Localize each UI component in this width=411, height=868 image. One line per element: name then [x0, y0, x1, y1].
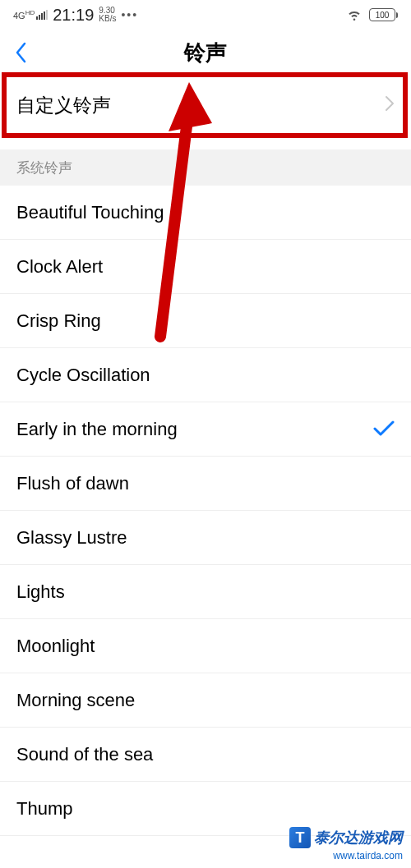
battery-level: 100 [369, 8, 395, 21]
signal-indicator: 4GHD [13, 10, 48, 21]
ringtone-row[interactable]: Beautiful Touching [0, 186, 411, 240]
hd-badge: HD [25, 9, 35, 16]
ringtone-row[interactable]: Flush of dawn [0, 457, 411, 511]
ringtone-list: Beautiful TouchingClock AlertCrisp RingC… [0, 186, 411, 836]
section-header-system: 系统铃声 [0, 149, 411, 186]
ringtone-row[interactable]: Moonlight [0, 619, 411, 673]
ringtone-label: Cycle Oscillation [16, 365, 150, 386]
ringtone-label: Early in the morning [16, 419, 178, 440]
network-type: 4G [13, 10, 25, 20]
page-title: 铃声 [184, 39, 227, 67]
more-dots-icon: ••• [121, 8, 138, 21]
clock-time: 21:19 [53, 6, 94, 25]
ringtone-label: Moonlight [16, 636, 95, 657]
network-speed: 9.30 KB/s [99, 7, 116, 23]
back-button[interactable] [0, 30, 41, 76]
nav-header: 铃声 [0, 30, 411, 76]
checkmark-icon [373, 420, 395, 439]
watermark-url: www.tairda.com [289, 850, 403, 861]
ringtone-label: Glassy Lustre [16, 527, 127, 549]
svg-rect-2 [41, 13, 43, 20]
ringtone-row[interactable]: Morning scene [0, 673, 411, 728]
chevron-left-icon [15, 42, 26, 63]
watermark-logo-icon: T [289, 827, 311, 848]
ringtone-label: Thump [16, 798, 72, 820]
ringtone-row[interactable]: Early in the morning [0, 402, 411, 457]
status-bar: 4GHD 21:19 9.30 KB/s ••• 100 [0, 0, 411, 30]
ringtone-label: Sound of the sea [16, 744, 153, 765]
ringtone-row[interactable]: Sound of the sea [0, 728, 411, 782]
ringtone-row[interactable]: Clock Alert [0, 240, 411, 294]
ringtone-row[interactable]: Cycle Oscillation [0, 348, 411, 402]
ringtone-row[interactable]: Crisp Ring [0, 294, 411, 348]
custom-ringtone-label: 自定义铃声 [16, 93, 111, 118]
status-left: 4GHD 21:19 9.30 KB/s ••• [13, 6, 138, 25]
ringtone-label: Clock Alert [16, 256, 103, 278]
watermark: T 泰尔达游戏网 www.tairda.com [289, 827, 403, 861]
custom-ringtone-row[interactable]: 自定义铃声 [0, 76, 411, 135]
ringtone-row[interactable]: Lights [0, 565, 411, 619]
ringtone-label: Beautiful Touching [16, 202, 164, 223]
signal-bars-icon [36, 10, 48, 20]
battery-indicator: 100 [369, 8, 398, 21]
chevron-right-icon [385, 95, 395, 115]
status-right: 100 [346, 6, 398, 25]
svg-rect-3 [44, 11, 45, 20]
ringtone-label: Lights [16, 581, 65, 603]
svg-rect-1 [39, 15, 40, 20]
watermark-site-name: 泰尔达游戏网 [314, 828, 403, 847]
svg-rect-4 [46, 10, 48, 20]
ringtone-row[interactable]: Glassy Lustre [0, 511, 411, 565]
svg-rect-0 [36, 16, 38, 20]
ringtone-label: Crisp Ring [16, 310, 101, 332]
ringtone-label: Morning scene [16, 690, 135, 711]
ringtone-label: Flush of dawn [16, 473, 129, 494]
wifi-icon [346, 6, 363, 25]
